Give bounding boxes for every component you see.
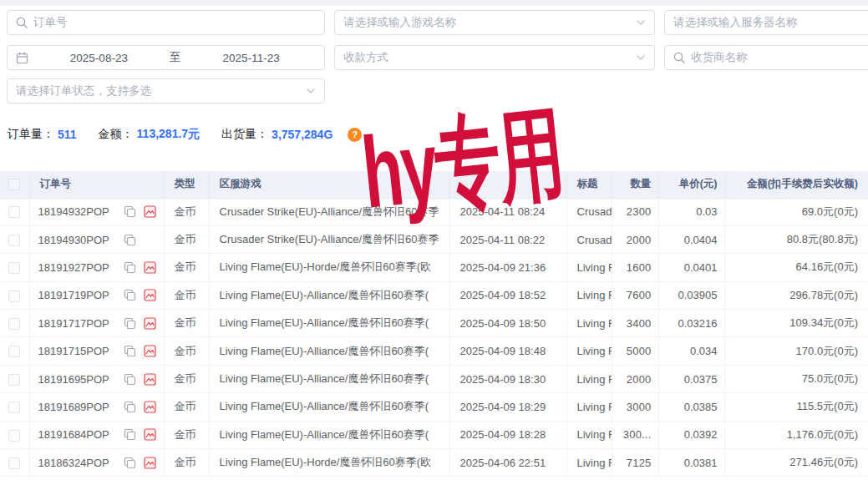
col-order-no[interactable]: 订单号 xyxy=(29,171,164,198)
order-amount: 64.16元(0元) xyxy=(724,254,868,281)
col-price[interactable]: 单价(元) xyxy=(658,171,724,198)
image-icon[interactable] xyxy=(144,205,156,218)
image-icon[interactable] xyxy=(144,457,156,469)
row-checkbox[interactable] xyxy=(8,262,20,274)
order-time: 2025-04-06 22:51 xyxy=(449,449,566,477)
order-title: Living Fl xyxy=(566,281,612,309)
game-name-placeholder: 请选择或输入游戏名称 xyxy=(343,15,456,30)
table-row: 18191719POP 金币 Living Flame(EU)-Alliance… xyxy=(0,281,868,309)
game-server: Living Flame(EU)-Alliance/魔兽怀旧60赛季( xyxy=(209,310,449,337)
order-amount: 75.0元(0元) xyxy=(724,365,868,392)
col-type[interactable]: 类型 xyxy=(164,171,209,198)
row-checkbox[interactable] xyxy=(8,346,20,357)
order-amount: 80.8元(80.8元) xyxy=(724,225,868,253)
order-number-input[interactable]: 订单号 xyxy=(7,10,325,35)
col-game[interactable]: 区服游戏 xyxy=(209,171,449,198)
row-checkbox[interactable] xyxy=(8,206,20,218)
order-type: 金币 xyxy=(164,281,209,309)
unit-price: 0.03216 xyxy=(658,310,724,337)
game-server: Living Flame(EU)-Alliance/魔兽怀旧60赛季( xyxy=(209,281,449,309)
order-number: 18194932POP xyxy=(38,205,116,218)
order-type: 金币 xyxy=(164,337,209,365)
order-qty: 7125 xyxy=(612,449,658,477)
table-row: 18191717POP 金币 Living Flame(EU)-Alliance… xyxy=(0,310,868,337)
row-checkbox[interactable] xyxy=(8,235,20,246)
order-number: 18191927POP xyxy=(38,261,116,274)
copy-icon[interactable] xyxy=(124,401,136,413)
date-start-value[interactable]: 2025-08-23 xyxy=(34,52,164,64)
table-row: 18191684POP 金币 Living Flame(EU)-Alliance… xyxy=(0,421,868,448)
copy-icon[interactable] xyxy=(124,345,136,357)
image-icon[interactable] xyxy=(144,261,156,274)
order-qty: 1600 xyxy=(612,254,658,281)
col-time[interactable] xyxy=(449,171,566,198)
table-row: 18191927POP 金币 Living Flame(EU)-Horde/魔兽… xyxy=(0,254,868,281)
order-number: 18191719POP xyxy=(38,289,116,301)
copy-icon[interactable] xyxy=(124,261,136,274)
shipped-label: 出货量： xyxy=(221,127,268,142)
amount-value: 113,281.7元 xyxy=(137,127,201,142)
copy-icon[interactable] xyxy=(124,373,136,386)
game-name-select[interactable]: 请选择或输入游戏名称 xyxy=(334,10,655,35)
table-row: 18191689POP 金币 Living Flame(EU)-Alliance… xyxy=(0,393,868,421)
copy-icon[interactable] xyxy=(124,457,136,469)
order-type: 金币 xyxy=(164,225,209,253)
unit-price: 0.0381 xyxy=(658,449,724,477)
row-checkbox[interactable] xyxy=(8,430,20,442)
image-icon[interactable] xyxy=(144,428,156,441)
table-row: 18194930POP 金币 Crusader Strike(EU)-Allia… xyxy=(0,225,868,253)
payment-method-select[interactable]: 收款方式 xyxy=(334,45,655,70)
row-checkbox[interactable] xyxy=(8,402,20,413)
merchant-name-placeholder: 收货商名称 xyxy=(691,50,748,65)
image-icon[interactable] xyxy=(144,289,156,301)
order-amount: 109.34元(0元) xyxy=(724,310,868,337)
order-amount: 115.5元(0元) xyxy=(724,393,868,421)
date-range-picker[interactable]: 2025-08-23 至 2025-11-23 xyxy=(7,45,325,70)
order-qty: 5000 xyxy=(612,337,658,365)
copy-icon[interactable] xyxy=(124,289,136,301)
col-title[interactable]: 标题 xyxy=(566,171,612,198)
order-type: 金币 xyxy=(164,198,209,225)
copy-icon[interactable] xyxy=(124,428,136,441)
order-status-select[interactable]: 请选择订单状态，支持多选 xyxy=(7,78,325,104)
row-checkbox[interactable] xyxy=(8,374,20,386)
server-name-select[interactable]: 请选择或输入服务器名称 xyxy=(664,10,868,35)
order-type: 金币 xyxy=(164,365,209,392)
unit-price: 0.0375 xyxy=(658,365,724,392)
order-qty: 300... xyxy=(612,421,658,448)
order-type: 金币 xyxy=(164,310,209,337)
order-title: Living Fl xyxy=(566,449,612,477)
order-amount: 296.78元(0元) xyxy=(724,281,868,309)
order-title: Living Fl xyxy=(566,310,612,337)
order-number: 18186324POP xyxy=(38,457,116,469)
image-icon[interactable] xyxy=(144,345,156,357)
search-icon xyxy=(16,17,28,28)
date-end-value[interactable]: 2025-11-23 xyxy=(186,52,316,64)
row-checkbox[interactable] xyxy=(8,457,20,469)
image-icon[interactable] xyxy=(144,373,156,386)
unit-price: 0.0385 xyxy=(658,393,724,421)
copy-icon[interactable] xyxy=(124,317,136,330)
order-title: Living Fl xyxy=(566,254,612,281)
help-question-icon[interactable]: ? xyxy=(348,128,362,142)
copy-icon[interactable] xyxy=(124,234,136,246)
calendar-icon xyxy=(16,52,28,64)
order-number: 18191684POP xyxy=(38,428,116,441)
row-checkbox[interactable] xyxy=(8,318,20,330)
game-server: Living Flame(EU)-Horde/魔兽怀旧60赛季(欧 xyxy=(209,449,449,477)
merchant-name-input[interactable]: 收货商名称 xyxy=(664,45,868,70)
image-icon[interactable] xyxy=(144,317,156,330)
order-time: 2025-04-09 21:36 xyxy=(449,254,566,281)
image-icon[interactable] xyxy=(144,401,156,413)
select-all-checkbox[interactable] xyxy=(8,179,20,190)
col-amount[interactable]: 金额(扣手续费后实收额) xyxy=(724,171,868,198)
table-row: 18186324POP 金币 Living Flame(EU)-Horde/魔兽… xyxy=(0,449,868,477)
unit-price: 0.03905 xyxy=(658,281,724,309)
unit-price: 0.0404 xyxy=(658,225,724,253)
col-qty[interactable]: 数量 xyxy=(612,171,658,198)
row-checkbox[interactable] xyxy=(8,290,20,302)
copy-icon[interactable] xyxy=(124,205,136,218)
shipped-value: 3,757,284G xyxy=(272,128,332,141)
unit-price: 0.03 xyxy=(658,198,724,225)
order-count-value: 511 xyxy=(58,128,77,141)
